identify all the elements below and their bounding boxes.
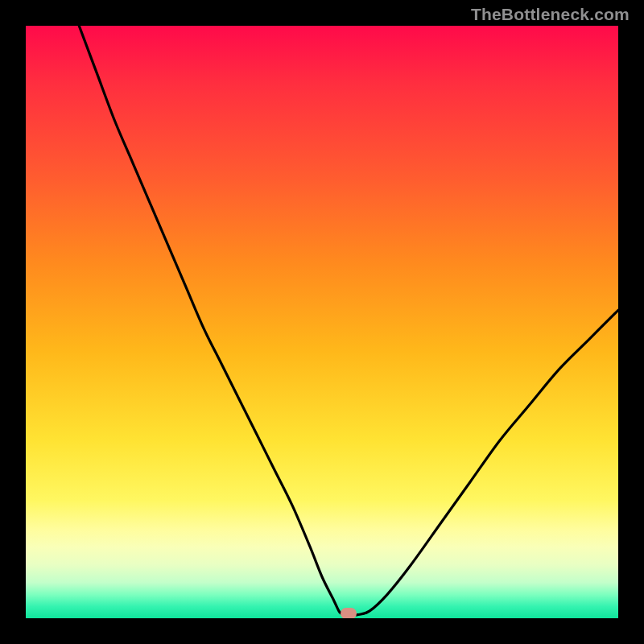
curve-svg [26,26,618,618]
bottleneck-curve [79,26,618,615]
watermark-text: TheBottleneck.com [471,5,630,24]
plot-area [26,26,618,618]
chart-frame: TheBottleneck.com [0,0,644,644]
minimum-marker [341,608,357,618]
